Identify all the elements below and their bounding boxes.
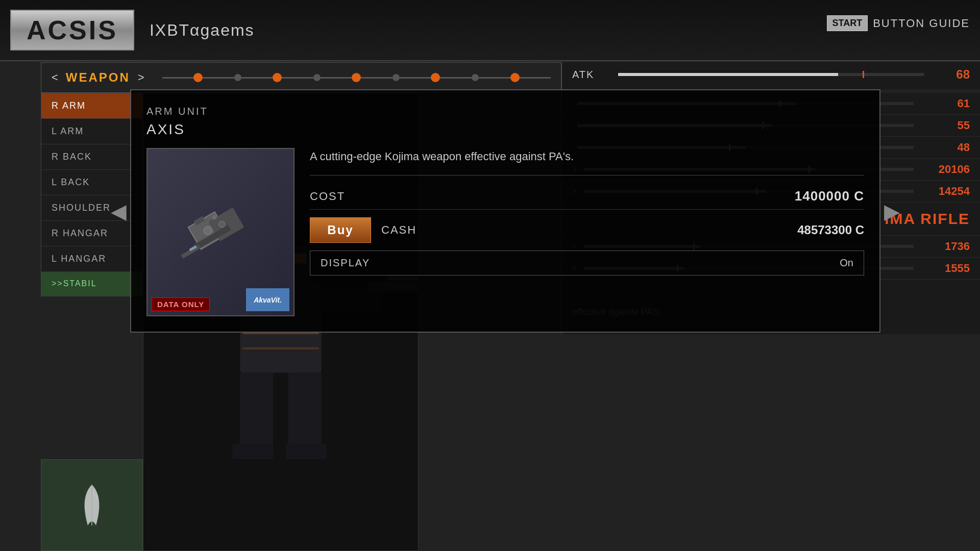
cash-value: 48573300 C	[797, 223, 864, 237]
atk-row: ATK 68	[572, 67, 970, 82]
dot-7[interactable]	[431, 73, 440, 82]
header-right: START BUTTON GUIDE	[827, 15, 970, 31]
modal-title: AXIS	[146, 121, 864, 138]
header-bar: ACSIS IXBTαgaems START BUTTON GUIDE	[0, 0, 980, 61]
display-value: On	[840, 257, 853, 269]
svg-rect-9	[232, 444, 273, 459]
svg-rect-10	[286, 444, 327, 459]
dot-6[interactable]	[393, 74, 400, 81]
svg-rect-12	[242, 347, 318, 349]
brand-name: AkvaVit.	[254, 296, 282, 304]
dot-5[interactable]	[352, 73, 361, 82]
brand-badge: AkvaVit.	[246, 288, 289, 311]
stat-value-6: 1736	[919, 240, 970, 253]
stat-value-2: 55	[919, 119, 970, 132]
button-guide-text: BUTTON GUIDE	[873, 17, 970, 30]
sidebar-item-stabil[interactable]: >>STABIL	[41, 272, 142, 296]
modal-overlay: ARM UNIT AXIS ◀	[130, 89, 880, 333]
modal-image-box: DATA ONLY AkvaVit.	[146, 148, 295, 316]
sidebar-item-shoulder[interactable]: SHOULDER	[41, 195, 142, 221]
item-preview-left	[41, 459, 143, 551]
stat-value-5: 14254	[919, 185, 970, 198]
svg-rect-7	[240, 373, 273, 449]
svg-rect-8	[288, 373, 322, 449]
dot-9[interactable]	[510, 73, 520, 82]
modal-description: A cutting-edge Kojima weapon effective a…	[310, 148, 864, 176]
modal-cost-value: 1400000 C	[795, 188, 864, 204]
modal-display-row[interactable]: DISPLAY On	[310, 251, 864, 276]
data-only-badge: DATA ONLY	[152, 297, 210, 311]
sidebar-item-r-back[interactable]: R BACK	[41, 144, 142, 170]
stat-value-3: 48	[919, 141, 970, 154]
modal-cost-row: COST 1400000 C	[310, 183, 864, 210]
weapon-nav-right-arrow[interactable]: >	[138, 71, 144, 84]
modal-body: ◀	[146, 148, 864, 316]
display-label: DISPLAY	[321, 257, 370, 269]
dot-1[interactable]	[193, 73, 203, 82]
dot-2[interactable]	[234, 74, 241, 81]
stat-value-4: 20106	[919, 163, 970, 176]
sidebar-item-r-arm[interactable]: R ARM	[41, 93, 142, 119]
header-title: ACSIS	[27, 15, 118, 45]
weapon-nav: < WEAPON >	[41, 62, 561, 93]
weapon-nav-left-arrow[interactable]: <	[52, 71, 58, 84]
feather-icon	[71, 480, 112, 531]
modal-nav-right[interactable]: ▶	[884, 199, 900, 223]
cash-label: CASH	[381, 223, 416, 237]
dot-3[interactable]	[273, 73, 282, 82]
modal-category: ARM UNIT	[146, 106, 864, 117]
atk-bar-marker	[863, 71, 864, 78]
dot-4[interactable]	[313, 74, 321, 81]
modal-buy-row: Buy CASH 48573300 C	[310, 217, 864, 243]
atk-bar-fill	[618, 73, 838, 76]
start-badge[interactable]: START	[827, 15, 868, 31]
weapon-nav-label: WEAPON	[66, 70, 130, 85]
header-title-box: ACSIS	[10, 10, 134, 51]
sidebar-item-l-arm[interactable]: L ARM	[41, 119, 142, 144]
modal-cost-label: COST	[310, 190, 345, 203]
atk-panel: ATK 68	[561, 62, 980, 89]
weapon-dots	[162, 73, 551, 82]
left-sidebar: R ARM L ARM R BACK L BACK SHOULDER R HAN…	[41, 93, 143, 296]
atk-bar-container	[618, 73, 924, 76]
weapon-model-svg	[164, 176, 277, 288]
modal-nav-left[interactable]: ◀	[111, 199, 127, 223]
atk-value: 68	[929, 67, 970, 82]
header-subtitle: IXBTαgaems	[150, 21, 255, 40]
atk-label: ATK	[572, 69, 613, 81]
modal-info: A cutting-edge Kojima weapon effective a…	[310, 148, 864, 316]
svg-rect-17	[181, 245, 201, 259]
sidebar-item-l-hangar[interactable]: L HANGAR	[41, 246, 142, 272]
dot-8[interactable]	[472, 74, 479, 81]
sidebar-item-l-back[interactable]: L BACK	[41, 170, 142, 195]
stat-value-1: 61	[919, 97, 970, 110]
stat-value-7: 1555	[919, 262, 970, 275]
buy-button[interactable]: Buy	[310, 217, 371, 243]
sidebar-item-r-hangar[interactable]: R HANGAR	[41, 221, 142, 246]
